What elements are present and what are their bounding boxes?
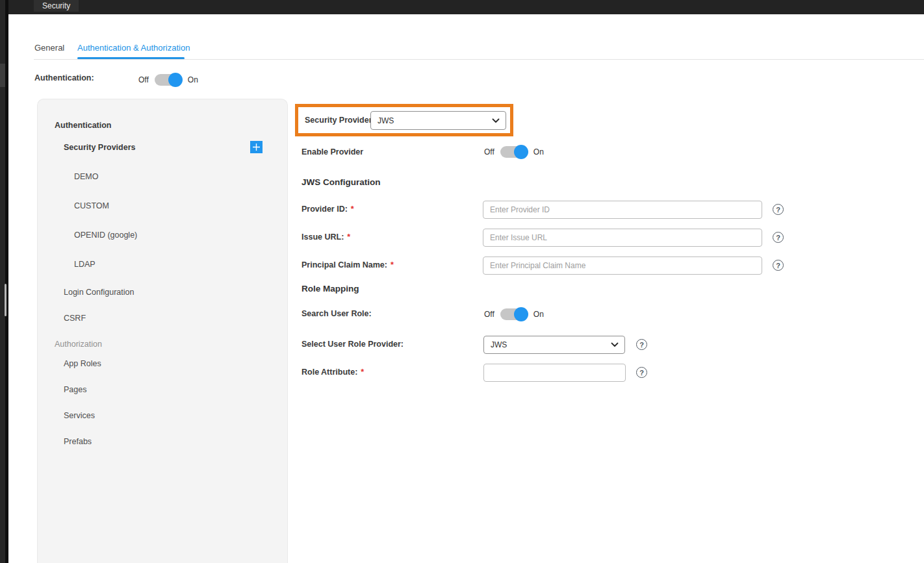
sidebar-item-custom[interactable]: CUSTOM [74, 201, 109, 211]
authentication-toggle-on-label: On [188, 75, 198, 84]
sidebar-item-security-providers[interactable]: Security Providers [64, 143, 135, 153]
issue-url-label-text: Issue URL: [302, 232, 344, 242]
sidebar-item-ldap[interactable]: LDAP [74, 260, 96, 269]
toggle-knob [514, 145, 528, 159]
enable-provider-off-label: Off [484, 147, 494, 156]
search-user-role-off-label: Off [484, 310, 494, 319]
required-marker: * [347, 232, 350, 242]
sidebar-section-authorization: Authorization [55, 340, 102, 349]
principal-claim-name-input[interactable] [483, 256, 762, 275]
issue-url-label: Issue URL:* [302, 232, 350, 242]
security-window-tab-label: Security [42, 1, 70, 10]
search-user-role-on-label: On [533, 310, 544, 319]
authentication-label: Authentication: [34, 73, 94, 83]
toggle-knob [514, 307, 528, 321]
tab-general[interactable]: General [34, 43, 64, 53]
sidebar-item-authentication[interactable]: Authentication [55, 121, 112, 131]
security-provider-select[interactable]: JWS [370, 111, 506, 130]
search-user-role-toggle[interactable] [500, 308, 528, 320]
add-provider-button[interactable] [250, 141, 263, 153]
tab-authentication-authorization[interactable]: Authentication & Authorization [77, 43, 190, 53]
sidebar-item-app-roles[interactable]: App Roles [64, 359, 101, 369]
select-user-role-provider-label: Select User Role Provider: [302, 340, 404, 349]
authentication-toggle-off-label: Off [138, 75, 149, 84]
authentication-toggle[interactable] [155, 74, 182, 86]
security-window-tab[interactable]: Security [34, 0, 79, 12]
security-nav-panel: Authentication Security Providers DEMO C… [37, 99, 288, 563]
role-attribute-help-icon[interactable]: ? [636, 367, 647, 378]
panel-resize-handle[interactable] [5, 284, 6, 316]
principal-claim-name-label-text: Principal Claim Name: [302, 260, 387, 269]
chevron-down-icon [492, 118, 500, 123]
chevron-down-icon [611, 342, 619, 347]
role-attribute-label: Role Attribute:* [302, 368, 364, 377]
enable-provider-on-label: On [533, 147, 544, 156]
left-dock-rail-edge [5, 0, 8, 563]
issue-url-input[interactable] [483, 229, 762, 247]
provider-id-help-icon[interactable]: ? [773, 204, 784, 215]
sidebar-item-prefabs[interactable]: Prefabs [64, 437, 92, 447]
authentication-toggle-group: Off On [138, 72, 198, 87]
jws-configuration-heading: JWS Configuration [302, 177, 381, 188]
provider-id-input[interactable] [483, 201, 762, 219]
principal-claim-name-help-icon[interactable]: ? [773, 260, 784, 271]
required-marker: * [361, 368, 364, 377]
search-user-role-label: Search User Role: [302, 309, 372, 319]
sidebar-item-openid-google[interactable]: OPENID (google) [74, 231, 137, 240]
security-provider-select-value: JWS [378, 116, 394, 125]
sidebar-item-demo[interactable]: DEMO [74, 172, 99, 182]
user-role-provider-help-icon[interactable]: ? [636, 339, 647, 350]
user-role-provider-select-value: JWS [491, 340, 507, 349]
sidebar-item-login-configuration[interactable]: Login Configuration [64, 288, 134, 297]
role-attribute-label-text: Role Attribute: [302, 368, 357, 377]
top-bar: Security [8, 0, 924, 14]
security-settings-screen: Security General Authentication & Author… [0, 0, 924, 563]
enable-provider-label: Enable Provider [302, 147, 363, 157]
issue-url-help-icon[interactable]: ? [773, 232, 784, 243]
principal-claim-name-label: Principal Claim Name:* [302, 260, 394, 270]
role-attribute-input[interactable] [483, 364, 626, 382]
sidebar-item-pages[interactable]: Pages [64, 385, 86, 395]
search-user-role-toggle-group: Off On [484, 307, 544, 321]
provider-id-label: Provider ID:* [302, 205, 354, 214]
left-dock-active-segment[interactable] [0, 64, 5, 87]
security-provider-label: Security Provider [305, 116, 372, 125]
required-marker: * [351, 205, 354, 214]
provider-id-label-text: Provider ID: [302, 205, 348, 214]
security-provider-highlight-box: Security Provider JWS [295, 104, 513, 136]
toggle-knob [168, 73, 183, 87]
plus-icon [252, 143, 261, 151]
enable-provider-toggle-group: Off On [484, 144, 544, 159]
required-marker: * [391, 260, 394, 269]
role-mapping-heading: Role Mapping [302, 284, 359, 294]
user-role-provider-select[interactable]: JWS [483, 336, 625, 354]
tabs-divider [34, 59, 924, 60]
enable-provider-toggle[interactable] [500, 146, 528, 158]
sidebar-item-services[interactable]: Services [64, 411, 95, 421]
sidebar-item-csrf[interactable]: CSRF [64, 314, 86, 323]
